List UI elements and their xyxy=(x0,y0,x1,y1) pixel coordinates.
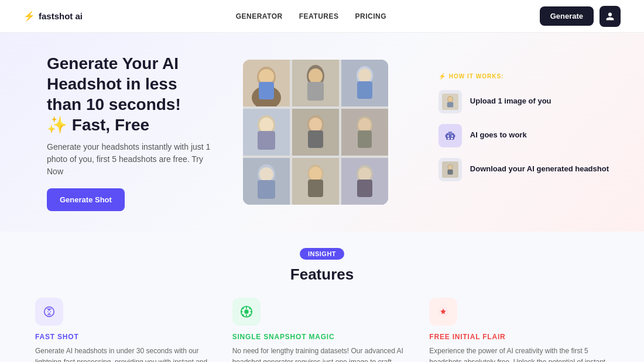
features-section: INSIGHT Features FAST SHOT Generate AI h… xyxy=(0,232,644,362)
feature-fast-shot: FAST SHOT Generate AI headshots in under… xyxy=(35,298,215,362)
svg-rect-36 xyxy=(357,180,372,197)
svg-point-56 xyxy=(244,309,248,313)
header: ⚡ fastshot ai GENERATORFEATURESPRICING G… xyxy=(0,0,644,33)
svg-rect-8 xyxy=(307,82,324,101)
svg-rect-48 xyxy=(448,137,450,139)
svg-rect-32 xyxy=(308,180,323,197)
svg-point-45 xyxy=(451,135,453,137)
svg-point-15 xyxy=(259,118,273,133)
nav-item-features[interactable]: FEATURES xyxy=(299,12,339,20)
grid-cell-7 xyxy=(243,158,290,205)
svg-rect-28 xyxy=(258,180,275,199)
feature-snapshot: SINGLE SNAPSHOT MAGIC No need for length… xyxy=(232,298,412,362)
svg-point-27 xyxy=(259,167,273,181)
hero-copy: Generate Your AI Headshot in less than 1… xyxy=(47,53,211,211)
grid-cell-6 xyxy=(341,109,388,156)
svg-rect-12 xyxy=(357,81,372,99)
nav-item-generator[interactable]: GENERATOR xyxy=(236,12,283,20)
feature-icon-fast-shot xyxy=(35,298,63,326)
svg-rect-4 xyxy=(259,82,274,99)
how-text-2: AI goes to work xyxy=(470,130,527,140)
svg-rect-43 xyxy=(448,132,452,135)
how-text-3: Download your AI generated headshot xyxy=(470,164,609,174)
how-item-1: Upload 1 image of you xyxy=(439,90,609,113)
hero-section: Generate Your AI Headshot in less than 1… xyxy=(0,33,644,232)
how-item-2: AI goes to work xyxy=(439,124,609,147)
feature-name-fast-shot: FAST SHOT xyxy=(35,333,215,341)
logo-icon: ⚡ xyxy=(23,11,35,22)
svg-rect-46 xyxy=(445,135,446,137)
grid-cell-1 xyxy=(243,60,290,106)
svg-point-35 xyxy=(358,167,371,181)
user-button[interactable] xyxy=(600,6,621,27)
features-title: Features xyxy=(35,266,609,284)
how-item-3: Download your AI generated headshot xyxy=(439,158,609,181)
grid-cell-3 xyxy=(341,60,388,106)
svg-point-19 xyxy=(309,118,322,132)
hero-image-grid xyxy=(243,60,388,205)
how-text-1: Upload 1 image of you xyxy=(470,96,551,106)
feature-icon-snapshot xyxy=(232,298,261,326)
svg-point-23 xyxy=(358,118,371,132)
svg-rect-40 xyxy=(447,102,454,107)
header-actions: Generate xyxy=(540,6,621,27)
svg-point-31 xyxy=(309,167,322,181)
feature-desc-snapshot: No need for lengthy training datasets! O… xyxy=(232,346,412,362)
svg-rect-24 xyxy=(358,130,372,148)
svg-point-52 xyxy=(448,164,452,169)
svg-rect-53 xyxy=(447,170,453,174)
logo: ⚡ fastshot ai xyxy=(23,11,83,22)
generate-button[interactable]: Generate xyxy=(540,6,594,26)
hero-subtitle: Generate your headshots instantly with j… xyxy=(47,141,211,178)
grid-cell-5 xyxy=(292,109,339,156)
how-icon-upload xyxy=(439,90,462,113)
svg-point-7 xyxy=(309,68,323,84)
navigation: GENERATORFEATURESPRICING xyxy=(236,12,386,20)
how-icon-ai xyxy=(439,124,462,147)
svg-rect-20 xyxy=(308,130,323,148)
grid-cell-8 xyxy=(292,158,339,205)
svg-point-39 xyxy=(448,96,453,101)
how-it-works: ⚡ HOW IT WORKS: Upload 1 image of you xyxy=(439,73,609,192)
grid-cell-2 xyxy=(292,60,339,106)
features-header: INSIGHT Features xyxy=(35,248,609,284)
feature-free-flair: FREE INITIAL FLAIR Experience the power … xyxy=(429,298,609,362)
svg-rect-49 xyxy=(451,137,453,139)
svg-rect-16 xyxy=(258,131,275,150)
svg-point-11 xyxy=(358,68,371,82)
feature-name-snapshot: SINGLE SNAPSHOT MAGIC xyxy=(232,333,412,341)
how-icon-download xyxy=(439,158,462,181)
svg-rect-47 xyxy=(454,135,455,137)
feature-name-free-flair: FREE INITIAL FLAIR xyxy=(429,333,609,341)
features-grid: FAST SHOT Generate AI headshots in under… xyxy=(35,298,609,362)
grid-cell-4 xyxy=(243,109,290,156)
feature-icon-free-flair xyxy=(429,298,457,326)
how-it-works-label: ⚡ HOW IT WORKS: xyxy=(439,73,609,80)
features-badge: INSIGHT xyxy=(300,248,344,260)
user-icon xyxy=(605,12,615,21)
grid-cell-9 xyxy=(341,158,388,205)
hero-sparkle: ✨ Fast, Free xyxy=(47,116,149,134)
nav-item-pricing[interactable]: PRICING xyxy=(355,12,386,20)
feature-desc-free-flair: Experience the power of AI creativity wi… xyxy=(429,346,609,362)
hero-cta-button[interactable]: Generate Shot xyxy=(47,188,125,211)
feature-desc-fast-shot: Generate AI headshots in under 30 second… xyxy=(35,346,215,362)
hero-title: Generate Your AI Headshot in less than 1… xyxy=(47,53,211,135)
logo-text: fastshot ai xyxy=(39,11,83,21)
svg-point-44 xyxy=(447,135,449,137)
